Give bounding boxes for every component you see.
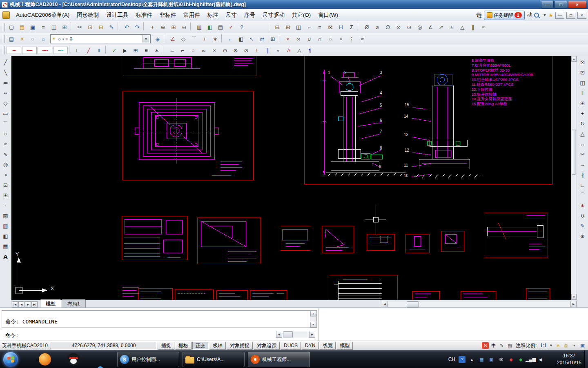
vscroll-thumb[interactable] (572, 130, 576, 175)
copy-icon[interactable]: ⊡ (85, 22, 96, 32)
section-symbol-icon[interactable]: ∞ (293, 34, 304, 44)
offset-icon[interactable]: ‖ (577, 88, 588, 98)
text-a-icon[interactable]: A (283, 45, 294, 56)
zoom-previous-icon[interactable]: ⊖ (179, 22, 189, 32)
paste-icon[interactable]: ⊟ (96, 22, 106, 32)
parallel-lines-icon[interactable]: ‖ (94, 45, 105, 56)
browser-pinned-icon[interactable] (39, 353, 51, 366)
scroll-right-icon[interactable]: ▶ (570, 301, 577, 307)
scroll-right-icon[interactable]: ▶ (309, 331, 315, 338)
swap-view-icon[interactable]: ⇄ (257, 34, 267, 44)
circle-small-icon[interactable]: ○ (325, 34, 336, 44)
arc-down-icon[interactable]: ∩ (314, 34, 325, 44)
linetype-dash[interactable]: ╍╍ (38, 47, 52, 54)
linetype-solid[interactable]: ━━ (22, 47, 37, 54)
titlebar[interactable]: 机械工程师CAD2010 - [C:\Users\Administrator\D… (0, 0, 588, 9)
markup-review-icon[interactable]: ✓ (226, 22, 236, 32)
toolbar-grip[interactable] (2, 35, 4, 43)
layout-tab[interactable]: 模型 (40, 299, 61, 308)
menu-item[interactable]: 非标件 (156, 11, 180, 19)
command-prompt[interactable]: 命令: (5, 332, 19, 339)
plot-preview-icon[interactable]: ◫ (49, 22, 59, 32)
dim-empty-icon[interactable]: ∅ (383, 22, 393, 32)
table-grid2-icon[interactable]: ⊞ (130, 45, 141, 56)
dim-ring-icon[interactable]: ◎ (414, 22, 425, 32)
chamfer-icon[interactable]: ∟ (577, 180, 588, 190)
scroll-down-icon[interactable]: ▼ (571, 294, 577, 300)
linetype-dot[interactable]: ┅┅ (53, 47, 68, 54)
arc-icon[interactable]: ⌒ (0, 119, 11, 129)
layer-freeze-icon[interactable]: ☼ (38, 34, 49, 44)
scale-icon[interactable]: △ (577, 129, 588, 139)
child-minimize-button[interactable]: — (555, 12, 564, 19)
close-x-icon[interactable]: × (209, 45, 220, 56)
parallel2-icon[interactable]: ∥ (262, 45, 273, 56)
network-tray-icon[interactable]: ▂▄▆ (527, 356, 534, 363)
sogou-status-icon[interactable]: S (482, 342, 489, 349)
save-icon[interactable]: ▣ (27, 22, 38, 32)
table-icon[interactable]: ▦ (0, 241, 11, 251)
grid-view-icon[interactable]: ⊞ (267, 34, 278, 44)
arc-up-icon[interactable]: ∪ (304, 34, 314, 44)
annotation-visible-icon[interactable]: ◎ (563, 342, 570, 349)
child-restore-button[interactable]: □ (566, 12, 575, 19)
mirror-icon[interactable]: ◫ (577, 78, 588, 88)
taskbar-clock[interactable]: 16:37 2015/10/15 (557, 352, 581, 366)
canvas-vscrollbar[interactable]: ▲ ▼ (571, 56, 577, 300)
minimize-button[interactable]: — (541, 1, 554, 9)
perpendicular-icon[interactable]: ⊥ (252, 45, 262, 56)
dot-pair-icon[interactable]: ∘ (336, 34, 346, 44)
toolbar-grip[interactable] (268, 23, 270, 31)
polygon-tool-icon[interactable]: ◇ (178, 34, 189, 44)
security-red-tray-icon[interactable]: ◆ (508, 356, 514, 363)
gradient-icon[interactable]: ▥ (0, 221, 11, 231)
menu-item[interactable]: 设计工具 (102, 11, 132, 19)
status-toggle-button[interactable]: 模型 (336, 342, 353, 350)
match-properties-icon[interactable]: ✎ (106, 22, 117, 32)
dim-diameter-icon[interactable]: Ø (361, 22, 372, 32)
polyline-edit-icon[interactable]: ✎ (577, 221, 588, 231)
scroll-up-icon[interactable]: ▲ (571, 56, 577, 62)
help-tray-icon[interactable]: ? (459, 356, 466, 363)
show-desktop-button[interactable] (584, 350, 588, 368)
layer-list-icon[interactable]: ≡ (314, 22, 325, 32)
status-toggle-button[interactable]: 极轴 (209, 342, 226, 350)
status-toggle-button[interactable]: 对象捕捉 (227, 342, 253, 350)
corner-view-icon[interactable]: ↖ (246, 34, 257, 44)
ellipse-arc-icon[interactable]: ◑ (0, 170, 11, 180)
toolbar-icon[interactable] (143, 22, 146, 30)
coordinates-readout[interactable]: 4726.6279, 741.3588, 0.0000 (51, 342, 157, 350)
circle-dot-icon[interactable]: ⊙ (220, 45, 230, 56)
circle-icon[interactable]: ○ (0, 129, 11, 139)
search-caret-icon[interactable]: ▼ (543, 13, 546, 17)
layer-states-icon[interactable]: ☀ (17, 34, 27, 44)
taskbtn-cad[interactable]: 机械工程师... (248, 352, 310, 367)
toolbar-icon[interactable] (69, 45, 72, 54)
redo-icon[interactable]: ↷ (132, 22, 143, 32)
layer-off-icon[interactable]: ○ (27, 34, 38, 44)
clean-screen-icon[interactable]: ▣ (579, 342, 586, 349)
security-green-tray-icon[interactable]: ◆ (517, 356, 524, 363)
toolbar-grip[interactable] (2, 23, 4, 31)
erase-icon[interactable]: ⊠ (577, 57, 588, 67)
canvas-hscrollbar[interactable]: ◀ ▶ (382, 301, 577, 307)
status-toggle-button[interactable]: 栅格 (175, 342, 192, 350)
menu-item[interactable]: 标准件 (132, 11, 156, 19)
region-box-icon[interactable]: ⊠ (325, 22, 336, 32)
tab-nav-button[interactable]: |◀ (12, 301, 18, 307)
dim-angle-icon[interactable]: ∠ (425, 22, 436, 32)
status-toggle-button[interactable]: 正交 (192, 342, 209, 350)
layer-properties-icon[interactable]: ▤ (6, 34, 17, 44)
mail-tray-icon[interactable]: ✉ (498, 356, 505, 363)
circle-cross-icon[interactable]: ⊗ (230, 45, 241, 56)
trim-icon[interactable]: ✂ (577, 149, 588, 159)
layer-dropdown[interactable]: ☀☼▪■ 0 ▼ (50, 34, 151, 43)
menu-item[interactable]: 窗口(W) (314, 11, 342, 19)
dot-icon[interactable]: ∘ (273, 45, 283, 56)
copy-object-icon[interactable]: ⊡ (577, 67, 588, 78)
message-tray-icon[interactable]: ▣ (488, 356, 495, 363)
toolbar-icon[interactable] (279, 34, 282, 42)
menu-item[interactable]: 尺寸驱动 (259, 11, 288, 19)
tab-nav-button[interactable]: ▶ (25, 301, 31, 307)
column-icon[interactable]: H (336, 22, 346, 32)
